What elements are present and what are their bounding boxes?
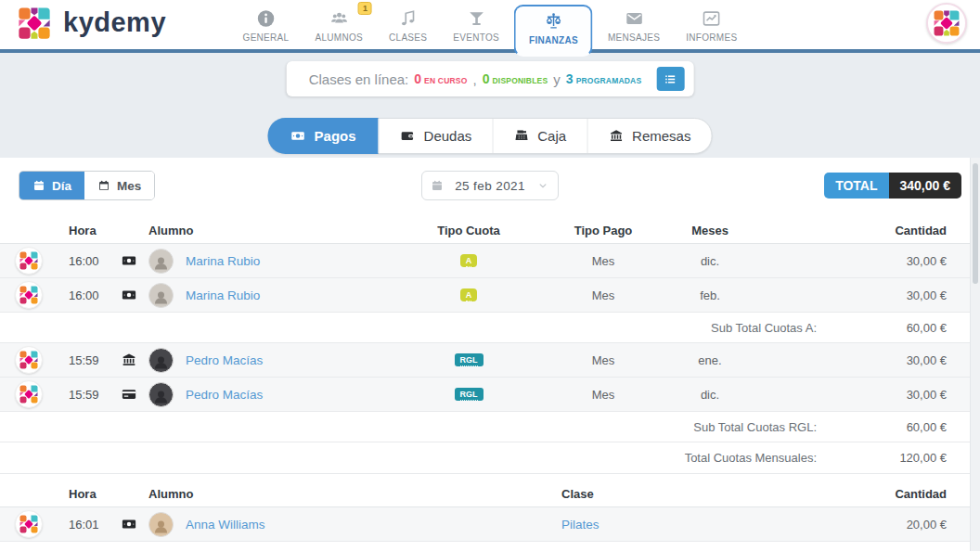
total-value: 340,00 € — [889, 173, 962, 199]
nav-general[interactable]: GENERAL — [232, 0, 301, 53]
subheader: Clases en línea: 0EN CURSO , 0DISPONIBLE… — [0, 53, 980, 158]
nav-label: ALUMNOS — [315, 32, 363, 43]
avatar — [148, 348, 174, 373]
cuota-badge: A — [460, 254, 478, 267]
header-alumno: Alumno — [148, 487, 561, 501]
cash-icon — [121, 516, 137, 532]
report-chart-icon — [702, 8, 722, 29]
nav-label: MENSAJES — [608, 32, 660, 43]
subtotal-row: Sub Total Cuotas A: 60,00 € — [0, 313, 980, 343]
student-link[interactable]: Pedro Macías — [186, 388, 263, 402]
kydemy-row-button[interactable] — [15, 510, 43, 538]
avatar-logo-icon — [931, 7, 962, 39]
tab-label: Caja — [537, 128, 566, 144]
wallet-icon — [400, 128, 416, 144]
kydemy-row-button[interactable] — [15, 247, 43, 275]
total-row-label: Total Cuotas Mensuales: — [685, 451, 817, 465]
kydemy-icon — [18, 349, 40, 371]
envelope-icon — [624, 8, 644, 29]
cocktail-icon — [466, 8, 486, 29]
tab-remesas[interactable]: Remesas — [587, 119, 711, 153]
header-cantidad: Cantidad — [742, 487, 980, 501]
scrollbar-thumb[interactable] — [973, 163, 978, 284]
tab-label: Deudas — [424, 128, 472, 144]
kydemy-logo-icon — [15, 4, 54, 43]
tab-deudas[interactable]: Deudas — [379, 119, 493, 153]
row-time: 16:00 — [58, 254, 110, 268]
nav-label: CLASES — [389, 32, 427, 43]
kydemy-row-button[interactable] — [15, 346, 43, 374]
class-link[interactable]: Pilates — [561, 518, 600, 532]
separator: , — [473, 71, 477, 87]
nav-mensajes[interactable]: MENSAJES — [597, 0, 671, 53]
cuota-badge: RGL — [455, 353, 484, 366]
tab-caja[interactable]: Caja — [492, 119, 587, 153]
nav-label: INFORMES — [686, 32, 737, 43]
main-nav: GENERAL 1 ALUMNOS CLASES EVENTOS FINANZA… — [232, 0, 749, 53]
day-toggle-button[interactable]: Día — [19, 172, 84, 199]
header-meses: Meses — [677, 224, 742, 237]
users-icon — [329, 8, 349, 29]
subtotal-label: Sub Total Cuotas RGL: — [693, 420, 817, 434]
amount: 30,00 € — [742, 288, 980, 302]
nav-informes[interactable]: INFORMES — [675, 0, 748, 53]
table-row: 15:59 Pedro Macías RGL Mes dic. 30,00 € — [0, 378, 980, 412]
student-link[interactable]: Anna Williams — [186, 518, 265, 532]
amount: 30,00 € — [742, 388, 980, 402]
mes: ene. — [677, 353, 742, 367]
cuota-badge: RGL — [455, 388, 484, 401]
en-curso-segment: 0EN CURSO — [414, 71, 467, 86]
user-avatar[interactable] — [926, 3, 967, 44]
cuotas-table-header: Hora Alumno Tipo Cuota Tipo Pago Meses C… — [0, 217, 980, 244]
calendar-icon — [32, 179, 45, 192]
brand-name: kydemy — [63, 7, 166, 38]
chevron-down-icon — [536, 179, 549, 192]
header-tipo-cuota: Tipo Cuota — [408, 224, 529, 237]
info-icon — [256, 8, 277, 29]
kydemy-logo[interactable]: kydemy — [15, 4, 166, 43]
table-row: 15:59 Pedro Macías RGL Mes ene. 30,00 € — [0, 343, 980, 378]
tab-pagos[interactable]: Pagos — [268, 118, 379, 154]
month-toggle-button[interactable]: Mes — [84, 172, 154, 199]
page-scrollbar[interactable] — [970, 158, 980, 551]
online-classes-list-button[interactable] — [656, 67, 684, 91]
tipo-pago: Mes — [529, 254, 677, 268]
online-classes-bar: Clases en línea: 0EN CURSO , 0DISPONIBLE… — [287, 61, 694, 96]
cuota-badge: A — [460, 288, 478, 301]
total-label: TOTAL — [824, 173, 888, 199]
nav-clases[interactable]: CLASES — [378, 0, 438, 53]
student-link[interactable]: Marina Rubio — [186, 288, 260, 302]
header-cantidad: Cantidad — [742, 224, 980, 237]
kydemy-row-button[interactable] — [15, 380, 43, 408]
avatar — [148, 382, 174, 407]
nav-alumnos[interactable]: 1 ALUMNOS — [303, 0, 374, 53]
subtotal-row: Sub Total Cuotas RGL: 60,00 € — [0, 412, 980, 442]
row-time: 15:59 — [58, 388, 110, 402]
tab-label: Remesas — [632, 128, 690, 144]
student-link[interactable]: Marina Rubio — [186, 254, 260, 268]
subtotal-label: Sub Total Cuotas A: — [711, 321, 817, 335]
nav-label: FINANZAS — [529, 35, 578, 45]
list-icon — [664, 72, 677, 86]
row-time: 16:00 — [58, 288, 110, 302]
avatar — [148, 283, 174, 308]
period-toggle: Día Mes — [19, 171, 155, 200]
total-badge: TOTAL 340,00 € — [824, 173, 961, 199]
student-link[interactable]: Pedro Macías — [186, 353, 263, 367]
payments-panel: Día Mes 25 feb 2021 TOTAL 340,00 € Hora … — [0, 158, 980, 551]
header-clase: Clase — [561, 487, 742, 501]
nav-label: GENERAL — [243, 32, 290, 43]
calendar-icon — [97, 179, 110, 192]
row-time: 15:59 — [58, 353, 110, 367]
nav-finanzas[interactable]: FINANZAS — [514, 5, 593, 57]
nav-eventos[interactable]: EVENTOS — [442, 0, 510, 53]
header-hora: Hora — [58, 224, 110, 237]
avatar — [148, 249, 174, 274]
programadas-segment: 3PROGRAMADAS — [566, 71, 641, 86]
kydemy-row-button[interactable] — [15, 281, 43, 309]
money-bill-icon — [290, 128, 306, 144]
kydemy-icon — [18, 284, 40, 306]
cash-icon — [121, 252, 137, 269]
date-picker[interactable]: 25 feb 2021 — [421, 171, 559, 200]
header-hora: Hora — [58, 487, 110, 501]
